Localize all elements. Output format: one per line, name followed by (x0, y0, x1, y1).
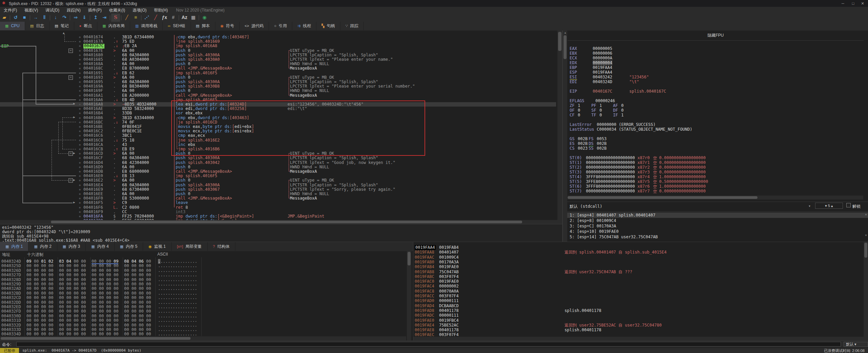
register-value-EBP[interactable]: 0019FAA4 (593, 65, 612, 70)
register-value-EFLAGS[interactable]: 00000246 (595, 98, 615, 103)
breakpoint-dot[interactable]: ● (79, 156, 81, 160)
stop-icon[interactable]: ■ (20, 14, 29, 22)
register-string-ESI[interactable]: "123456" (629, 75, 649, 79)
register-name-EIP[interactable]: EIP (570, 89, 577, 94)
run-icon[interactable]: → (31, 14, 40, 22)
menu-item-3[interactable]: 调试(D) (42, 7, 63, 14)
restart-icon[interactable]: ↺ (11, 14, 20, 22)
disasm-row-004016E4[interactable]: ●004016E4.68 0A304000push splish.40300A│… (0, 183, 556, 187)
disasm-vscroll-thumb[interactable] (558, 32, 561, 51)
dump-row-0040325D[interactable]: 0040325D00 00 00 0000 00 00 0000 00 00 0… (0, 264, 405, 268)
last-status-value[interactable]: C0000034 (STATUS_OBJECT_NAME_NOT_FOUND) (597, 127, 692, 132)
st-value-5[interactable]: 3FFE8000000000000000 (586, 179, 635, 184)
breakpoint-dot[interactable]: ● (79, 201, 81, 205)
registers-scroll-up-icon[interactable]: ▲ (564, 32, 567, 34)
args-scroll-up-icon[interactable]: ▲ (865, 213, 867, 216)
disasm-row-0040169F[interactable]: ●0040169F.6A 00push 0│HWND hWnd = NULL (0, 89, 556, 93)
register-name-ECX[interactable]: ECX (570, 56, 577, 60)
dump-hscroll-thumb[interactable] (1, 337, 191, 340)
disasm-row-004016A1[interactable]: ●004016A1.E8 A2000000call <JMP.&MessageB… (0, 93, 556, 98)
breakpoint-dot[interactable]: ● (79, 187, 81, 192)
segment-name-ES[interactable]: ES (570, 141, 574, 146)
tab-符号[interactable]: ◉符号 (215, 22, 240, 30)
breakpoint-dot[interactable]: ● (79, 75, 81, 80)
step-over-icon[interactable]: ↷ (60, 14, 69, 22)
menu-item-4[interactable]: 跟踪(N) (63, 7, 84, 14)
register-value-EAX[interactable]: 00000005 (593, 46, 612, 51)
menu-item-6[interactable]: 收藏夹(I) (105, 7, 129, 14)
tab-引用[interactable]: ○引用 (269, 22, 292, 30)
breakpoint-dot[interactable]: ● (79, 129, 81, 133)
breakpoint-dot[interactable]: ● (79, 174, 81, 178)
disasm-row-004016F0[interactable]: ●004016F0.E8 53000000call <JMP.&MessageB… (0, 196, 556, 201)
register-name-EBX[interactable]: EBX (570, 51, 577, 56)
stack-row-0019FAD8[interactable]: 0019FAD800401178splish.00401178 (413, 308, 861, 313)
comment-icon[interactable]: # (169, 14, 178, 22)
disasm-row-004016CF[interactable]: ●004016CF.68 0A304000push splish.40300A│… (0, 156, 556, 160)
stack-row-0019FABC[interactable]: 0019FABC003F07F4 (413, 274, 861, 279)
flag-name-ZF[interactable]: ZF (570, 103, 574, 108)
flag-value-ZF[interactable]: 1 (578, 103, 580, 108)
flag-name-IF[interactable]: IF (613, 113, 618, 117)
st-name-4[interactable]: ST(4) (570, 174, 582, 179)
st-value-1[interactable]: 00000000000000000000 (586, 160, 635, 165)
breakpoint-dot[interactable]: ● (79, 205, 81, 210)
flag-value-SF[interactable]: 0 (599, 108, 602, 113)
analysis-icon[interactable]: ╱ (151, 14, 160, 22)
breakpoint-dot[interactable]: ● (79, 125, 81, 129)
breakpoint-dot[interactable]: ● (79, 192, 81, 196)
segment-name-CS[interactable]: CS (570, 146, 574, 151)
breakpoint-dot[interactable]: ● (79, 111, 81, 115)
disasm-row-004016BC[interactable]: ●004016BC.↓74 0F│je splish.4016CD (0, 120, 556, 125)
memory-dump-pane[interactable]: 地址 十六进制 ASCII 0040324D09 00 01 0203 04 0… (0, 251, 411, 340)
assemble-icon[interactable]: ƒx (160, 14, 169, 22)
calling-convention-label[interactable]: 默认 (stdcall) (570, 204, 602, 209)
disasm-row-004016E9[interactable]: ●004016E9.68 67304000push splish.403067│… (0, 187, 556, 192)
step-into-icon[interactable]: ↓ (51, 14, 60, 22)
dump-row-0040332D[interactable]: 0040332D00 00 00 0000 00 00 0000 00 00 0… (0, 323, 405, 328)
st-value-0[interactable]: 00000000000000000000 (586, 155, 635, 160)
st-tag-2[interactable]: x87r2 (637, 165, 650, 170)
tab-内存 5[interactable]: ▦内存 5 (115, 242, 143, 251)
breakpoint-dot[interactable]: ● (79, 214, 81, 219)
register-name-EFLAGS[interactable]: EFLAGS (570, 98, 584, 103)
st-name-3[interactable]: ST(3) (570, 170, 582, 174)
flag-value-AF[interactable]: 0 (621, 103, 624, 108)
segment-name-SS[interactable]: SS (589, 146, 593, 151)
breakpoint-dot[interactable]: ● (79, 98, 81, 102)
argument-row-1[interactable]: 1: [esp+4] 00401407 splish.00401407 (567, 212, 868, 218)
registers-hscroll-thumb[interactable] (568, 196, 757, 199)
disasm-row-004016D4[interactable]: ●004016D4.68 42304000push splish.403042│… (0, 161, 556, 165)
breakpoint-dot[interactable]: ● (79, 116, 81, 120)
register-value-ECX[interactable]: 0000000A (593, 56, 612, 60)
st-float-3[interactable]: 0.00000000000000000 (659, 170, 706, 174)
stack-row-0019FAE4[interactable]: 0019FAE475BE52AC返回到 user32.75BE52AC 自 us… (413, 323, 861, 328)
breakpoint-dot[interactable]: ● (79, 53, 81, 57)
disasm-row-004016AE[interactable]: ●004016AE.8D3D 58324000lea edi,dword ptr… (0, 107, 556, 111)
command-input[interactable] (16, 342, 841, 347)
breakpoint-dot[interactable]: ● (79, 133, 81, 138)
breakpoint-dot[interactable]: ● (79, 44, 81, 48)
segment-name-DS[interactable]: DS (589, 141, 593, 146)
stack-row-0019FAC4[interactable]: 0019FAC400000002 (413, 284, 861, 289)
dump-row-0040327D[interactable]: 0040327D00 00 00 0000 00 00 0000 00 00 0… (0, 273, 405, 277)
dump-row-004032BD[interactable]: 004032BD00 00 00 0000 00 00 0000 00 00 0… (0, 291, 405, 296)
segment-name-FS[interactable]: FS (589, 136, 593, 141)
flag-name-TF[interactable]: TF (591, 113, 596, 117)
minimize-button[interactable]: ─ (838, 0, 848, 7)
breakpoint-dot[interactable]: ● (79, 138, 81, 143)
st-tag-7[interactable]: x87r7 (637, 189, 650, 193)
flag-value-DF[interactable]: 0 (621, 108, 624, 113)
tab-内存 1[interactable]: ▦内存 1 (0, 242, 28, 251)
register-value-EDI[interactable]: 0040324D (593, 79, 612, 84)
register-value-EIP[interactable]: 0040167C (593, 89, 612, 94)
st-name-0[interactable]: ST(0) (570, 155, 582, 160)
flag-name-SF[interactable]: SF (591, 108, 596, 113)
disasm-row-004016C6[interactable]: ●004016C6.3BC1│cmp eax,ecx (0, 133, 556, 138)
st-status-7[interactable]: 空 (653, 189, 657, 194)
disasm-row-00401691[interactable]: ●00401691.↓EB 62jmp splish.4016F5 (0, 71, 556, 75)
breakpoint-dot[interactable]: ● (79, 39, 81, 44)
collapse-toggle[interactable]: − (68, 151, 73, 156)
tab-断点[interactable]: ●断点 (74, 22, 98, 30)
breakpoint-dot[interactable]: ● (79, 35, 81, 39)
